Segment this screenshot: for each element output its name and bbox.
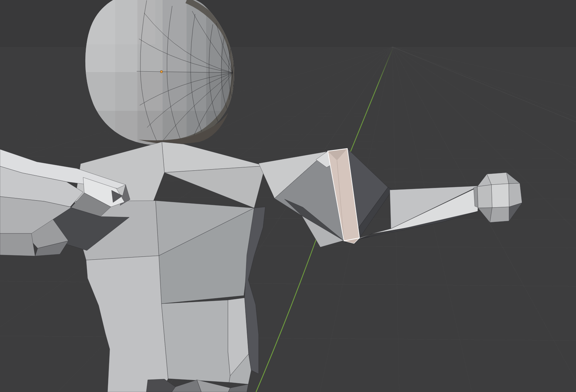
3d-viewport[interactable] <box>0 0 576 392</box>
viewport-horizon-band <box>0 0 576 47</box>
viewport-canvas[interactable] <box>0 0 576 392</box>
active-vertex[interactable] <box>160 71 163 73</box>
